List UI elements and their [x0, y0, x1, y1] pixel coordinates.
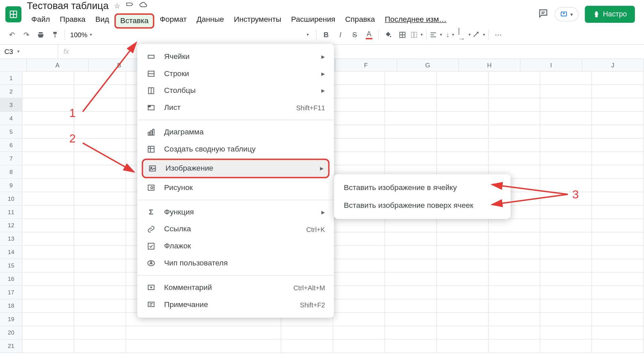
cell[interactable] — [22, 205, 74, 219]
cell[interactable] — [333, 246, 385, 259]
star-icon[interactable]: ☆ — [114, 2, 120, 10]
cell[interactable] — [385, 246, 437, 259]
cell[interactable] — [437, 85, 488, 98]
cell[interactable] — [74, 179, 126, 192]
cell[interactable] — [488, 85, 540, 98]
row-header[interactable]: 15 — [0, 259, 22, 273]
cell[interactable] — [592, 192, 644, 205]
row-header[interactable]: 13 — [0, 232, 22, 246]
cell[interactable] — [437, 71, 488, 85]
submenu-image-in-cell[interactable]: Вставить изображение в ячейку — [334, 179, 511, 196]
cell[interactable] — [488, 219, 540, 232]
cell[interactable] — [333, 112, 385, 125]
cell[interactable] — [540, 71, 592, 85]
cell[interactable] — [333, 232, 385, 246]
cell[interactable] — [22, 165, 74, 179]
cell[interactable] — [592, 246, 644, 259]
valign-icon[interactable]: ↓ — [444, 28, 457, 41]
menu-data[interactable]: Данные — [192, 13, 229, 28]
menu-item-checkbox[interactable]: Флажок — [137, 238, 334, 255]
menu-item-peoplechip[interactable]: Чип пользователя — [137, 255, 334, 272]
row-header[interactable]: 21 — [0, 340, 22, 353]
cell[interactable] — [488, 138, 540, 152]
cell[interactable] — [333, 326, 385, 340]
cell[interactable] — [540, 259, 592, 273]
cell[interactable] — [22, 179, 74, 192]
cell[interactable] — [488, 246, 540, 259]
cell[interactable] — [22, 326, 74, 340]
cell[interactable] — [592, 112, 644, 125]
cell[interactable] — [488, 273, 540, 286]
cell[interactable] — [333, 138, 385, 152]
italic-icon[interactable]: I — [334, 28, 347, 41]
cell[interactable] — [333, 273, 385, 286]
cell[interactable] — [74, 273, 126, 286]
print-icon[interactable] — [34, 28, 47, 41]
cell[interactable] — [22, 98, 74, 112]
row-header[interactable]: 14 — [0, 246, 22, 259]
cell[interactable] — [385, 152, 437, 165]
cell[interactable] — [74, 259, 126, 273]
cell[interactable] — [592, 85, 644, 98]
row-header[interactable]: 2 — [0, 85, 22, 98]
cell[interactable] — [74, 85, 126, 98]
cell[interactable] — [592, 340, 644, 353]
cell[interactable] — [126, 326, 281, 340]
borders-icon[interactable] — [396, 28, 409, 41]
cell[interactable] — [540, 273, 592, 286]
paint-format-icon[interactable] — [48, 28, 62, 41]
menu-item-function[interactable]: ΣФункция — [137, 204, 334, 221]
menu-item-image[interactable]: Изображение — [142, 159, 330, 178]
cell[interactable] — [74, 165, 126, 179]
bold-icon[interactable]: B — [319, 28, 333, 41]
cell[interactable] — [22, 340, 74, 353]
cell[interactable] — [385, 85, 437, 98]
cell[interactable] — [437, 219, 488, 232]
cell[interactable] — [592, 71, 644, 85]
row-header[interactable]: 1 — [0, 71, 22, 85]
cell[interactable] — [540, 179, 592, 192]
cell[interactable] — [385, 219, 437, 232]
cell[interactable] — [74, 219, 126, 232]
cell[interactable] — [333, 299, 385, 313]
cell[interactable] — [385, 259, 437, 273]
cell[interactable] — [437, 112, 488, 125]
cell[interactable] — [281, 340, 333, 353]
cell[interactable] — [488, 98, 540, 112]
cell[interactable] — [540, 232, 592, 246]
row-header[interactable]: 16 — [0, 273, 22, 286]
menu-help[interactable]: Справка — [341, 13, 380, 28]
document-title[interactable]: Тестовая таблица — [27, 0, 109, 12]
more-icon[interactable]: ⋯ — [491, 28, 505, 41]
cell[interactable] — [592, 313, 644, 326]
cell[interactable] — [592, 232, 644, 246]
strike-icon[interactable]: S — [348, 28, 361, 41]
cell[interactable] — [592, 138, 644, 152]
menu-edit[interactable]: Правка — [55, 13, 90, 28]
cell[interactable] — [22, 219, 74, 232]
menu-extensions[interactable]: Расширения — [286, 13, 339, 28]
halign-icon[interactable] — [429, 28, 443, 41]
fill-color-icon[interactable] — [381, 28, 395, 41]
cell[interactable] — [74, 152, 126, 165]
cell[interactable] — [540, 219, 592, 232]
cell[interactable] — [488, 112, 540, 125]
cell[interactable] — [437, 299, 488, 313]
cell[interactable] — [333, 85, 385, 98]
cell[interactable] — [333, 313, 385, 326]
menu-item-columns[interactable]: Столбцы — [137, 82, 334, 99]
cell[interactable] — [22, 138, 74, 152]
cell[interactable] — [74, 192, 126, 205]
cell[interactable] — [437, 273, 488, 286]
cell[interactable] — [592, 125, 644, 138]
wrap-icon[interactable]: |→ — [458, 28, 471, 41]
cell[interactable] — [385, 313, 437, 326]
cell[interactable] — [74, 232, 126, 246]
cell[interactable] — [74, 205, 126, 219]
cell[interactable] — [385, 125, 437, 138]
row-header[interactable]: 3 — [0, 98, 22, 112]
cell[interactable] — [437, 98, 488, 112]
cell[interactable] — [22, 232, 74, 246]
cell[interactable] — [333, 219, 385, 232]
cell[interactable] — [333, 259, 385, 273]
